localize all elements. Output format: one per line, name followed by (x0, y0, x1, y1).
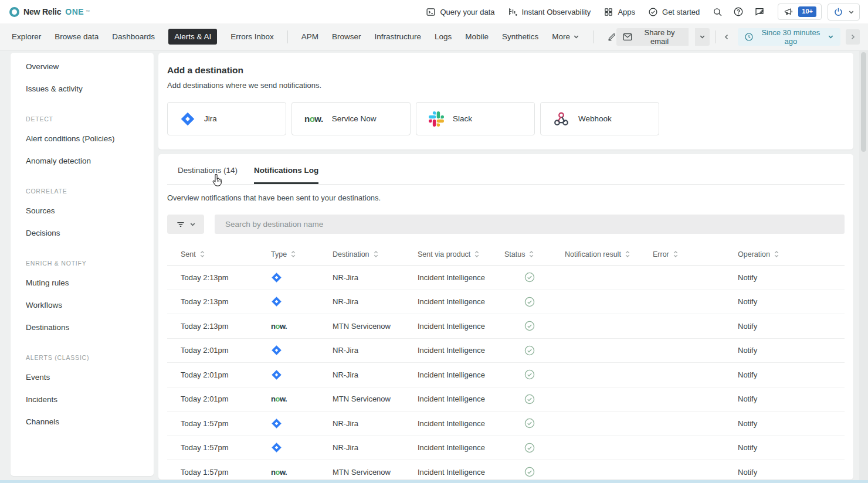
search-button[interactable] (713, 7, 723, 17)
header-action-instant-observability[interactable]: Instant Observability (508, 7, 591, 17)
chart-icon (508, 7, 518, 17)
tab-notifications-log[interactable]: Notifications Log (254, 166, 318, 184)
header-action-get-started[interactable]: Get started (648, 7, 700, 17)
nav-item-browser[interactable]: Browser (332, 32, 361, 41)
nav-item-synthetics[interactable]: Synthetics (502, 32, 538, 41)
cell-type: now. (271, 468, 333, 477)
filter-button[interactable] (167, 215, 204, 234)
sidebar-item-decisions[interactable]: Decisions (11, 222, 154, 244)
table-row[interactable]: Today 2:01pmNR-JiraIncident Intelligence… (167, 363, 845, 387)
nav-item-alerts-ai[interactable]: Alerts & AI (168, 29, 217, 45)
divider (715, 30, 716, 43)
sidebar-item-overview[interactable]: Overview (11, 53, 154, 78)
time-range-back-button[interactable] (721, 31, 733, 43)
table-row[interactable]: Today 2:13pmNR-JiraIncident Intelligence… (167, 290, 845, 315)
cell-sent: Today 2:13pm (167, 322, 271, 331)
feedback-button[interactable] (754, 6, 765, 17)
share-by-email-button[interactable]: Share by email (616, 28, 689, 46)
table-row[interactable]: Today 2:01pmnow.MTN ServicenowIncident I… (167, 387, 845, 412)
cell-destination: NR-Jira (333, 297, 418, 306)
nav-item-explorer[interactable]: Explorer (12, 32, 41, 41)
sidebar-item-incidents[interactable]: Incidents (11, 389, 154, 411)
cell-operation: Notify (738, 346, 845, 355)
sidebar-list: OverviewIssues & activityDETECTAlert con… (11, 53, 154, 433)
sidebar-item-sources[interactable]: Sources (11, 200, 154, 222)
header-icon-buttons (713, 6, 765, 17)
sidebar-item-workflows[interactable]: Workflows (11, 294, 154, 317)
search-icon (713, 7, 723, 17)
column-header-error[interactable]: Error (653, 250, 738, 258)
share-options-dropdown[interactable] (695, 28, 710, 46)
page-scrollbar[interactable] (859, 51, 868, 480)
cell-status (504, 369, 565, 380)
announcements-button[interactable]: 10+ (778, 4, 822, 19)
nav-item-dashboards[interactable]: Dashboards (112, 32, 155, 41)
header-action-query-your-data[interactable]: Query your data (426, 7, 494, 17)
column-header-operation[interactable]: Operation (738, 250, 845, 258)
table-row[interactable]: Today 1:57pmNR-JiraIncident Intelligence… (167, 436, 845, 461)
destination-card-jira[interactable]: Jira (167, 102, 286, 135)
column-header-sent[interactable]: Sent (167, 250, 271, 258)
sidebar-item-anomaly-detection[interactable]: Anomaly detection (11, 150, 154, 172)
chevron-down-icon (189, 221, 196, 227)
success-check-icon (524, 467, 535, 477)
cell-type: now. (271, 322, 333, 331)
sidebar-item-destinations[interactable]: Destinations (11, 317, 154, 339)
column-header-destination[interactable]: Destination (333, 250, 418, 258)
destination-card-webhook[interactable]: Webhook (540, 102, 659, 135)
nav-item-infrastructure[interactable]: Infrastructure (374, 32, 421, 41)
jira-icon (271, 296, 282, 307)
tab-destinations-14-[interactable]: Destinations (14) (178, 166, 238, 184)
search-input[interactable] (215, 215, 845, 234)
sort-icon (290, 250, 296, 258)
logo-trademark: ™ (86, 9, 90, 13)
nav-item-browse-data[interactable]: Browse data (55, 32, 99, 41)
column-header-type[interactable]: Type (271, 250, 333, 258)
sidebar-item-channels[interactable]: Channels (11, 411, 154, 433)
table-row[interactable]: Today 1:57pmnow.MTN ServicenowIncident I… (167, 460, 845, 479)
success-check-icon (524, 443, 535, 453)
sidebar-item-muting-rules[interactable]: Muting rules (11, 272, 154, 294)
column-header-notification-result[interactable]: Notification result (565, 250, 653, 258)
sidebar-section-detect: DETECT (11, 100, 154, 128)
table-row[interactable]: Today 2:13pmNR-JiraIncident Intelligence… (167, 266, 845, 290)
column-header-sent-via-product[interactable]: Sent via product (418, 250, 504, 258)
nav-item-logs[interactable]: Logs (435, 32, 452, 41)
notifications-description: Overview notifications that have been se… (167, 193, 845, 202)
scrollbar-thumb[interactable] (861, 52, 866, 152)
table-row[interactable]: Today 1:57pmNR-JiraIncident Intelligence… (167, 411, 845, 436)
column-header-status[interactable]: Status (504, 250, 565, 258)
nav-item-mobile[interactable]: Mobile (465, 32, 489, 41)
nav-item-errors-inbox[interactable]: Errors Inbox (230, 32, 274, 41)
table-row[interactable]: Today 2:13pmnow.MTN ServicenowIncident I… (167, 314, 845, 339)
new-relic-logo[interactable]: New Relic ONE ™ (9, 7, 90, 17)
destination-card-slack[interactable]: Slack (416, 102, 535, 135)
edit-nav-button[interactable] (607, 32, 616, 42)
table-row[interactable]: Today 2:01pmNR-JiraIncident Intelligence… (167, 339, 845, 363)
apps-grid-icon (603, 7, 613, 17)
user-menu-button[interactable] (828, 4, 860, 21)
sidebar-item-alert-conditions-policies-[interactable]: Alert conditions (Policies) (11, 128, 154, 150)
cell-operation: Notify (738, 370, 845, 379)
destination-card-service-now[interactable]: now.Service Now (291, 102, 411, 135)
time-range-forward-button[interactable] (846, 29, 860, 45)
nav-item-more[interactable]: More (552, 32, 579, 41)
header-action-apps[interactable]: Apps (603, 7, 635, 17)
sidebar-item-events[interactable]: Events (11, 366, 154, 389)
cell-status (504, 467, 565, 477)
new-relic-logo-icon (9, 7, 19, 17)
cell-status (504, 345, 565, 356)
sort-icon (774, 250, 779, 258)
nav-item-apm[interactable]: APM (301, 32, 318, 41)
sidebar-item-issues-activity[interactable]: Issues & activity (11, 78, 154, 100)
slack-icon (429, 111, 444, 127)
cell-destination: NR-Jira (333, 443, 418, 452)
chevron-right-icon (849, 33, 856, 40)
jira-icon (180, 111, 195, 127)
time-range-picker[interactable]: Since 30 minutes ago (738, 28, 840, 46)
cell-sent-via-product: Incident Intelligence (418, 273, 504, 282)
help-button[interactable] (733, 6, 744, 17)
help-icon (733, 6, 744, 17)
sidebar: OverviewIssues & activityDETECTAlert con… (11, 53, 154, 476)
sidebar-section-enrich-notify: ENRICH & NOTIFY (11, 244, 154, 272)
